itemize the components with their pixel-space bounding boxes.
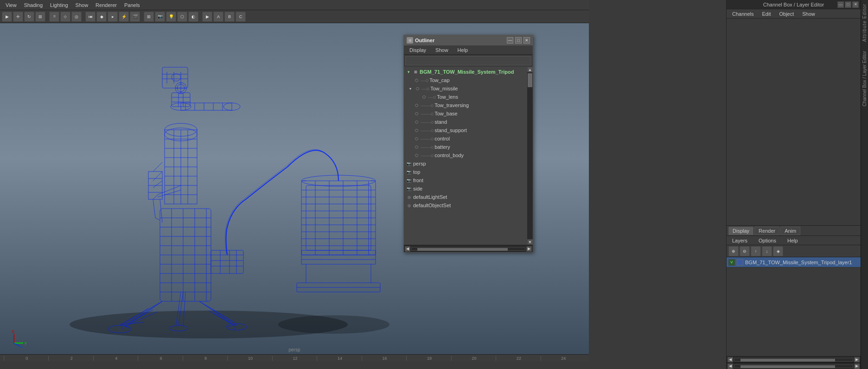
layer-scroll-track[interactable] bbox=[734, 358, 853, 362]
outliner-menu-display[interactable]: Display bbox=[406, 46, 430, 54]
menu-lighting[interactable]: Lighting bbox=[46, 1, 72, 9]
tree-item-side[interactable]: 📷 side bbox=[404, 184, 522, 193]
svg-text:Z: Z bbox=[20, 346, 23, 348]
right-panel-minimize[interactable]: — bbox=[837, 1, 844, 8]
outliner-hscroll-right[interactable]: ▶ bbox=[526, 246, 532, 252]
toolbar-btn-move[interactable]: ✛ bbox=[13, 12, 23, 22]
outliner-hscroll-left[interactable]: ◀ bbox=[405, 246, 410, 252]
toolbar-btn-render[interactable]: ▶ bbox=[202, 12, 212, 22]
outliner-scrollbar[interactable]: ◀ ▶ bbox=[404, 245, 533, 252]
layer-scroll-right[interactable]: ▶ bbox=[854, 357, 860, 363]
toolbar-btn-key[interactable]: ◆ bbox=[96, 12, 107, 22]
tree-item-battery[interactable]: ⬡ ——o battery bbox=[404, 143, 522, 151]
tree-item-control[interactable]: ⬡ ——o control bbox=[404, 134, 522, 143]
tree-item-tow-cap[interactable]: ⬡ —o Tow_cap bbox=[404, 76, 522, 84]
layer-scrollbar[interactable]: ◀ ▶ bbox=[727, 356, 861, 363]
channel-menu-edit[interactable]: Edit bbox=[758, 10, 774, 18]
tree-item-tow-base[interactable]: ⬡ ——o Tow_base bbox=[404, 109, 522, 118]
toolbar-btn-grid[interactable]: ⊞ bbox=[144, 12, 154, 22]
outliner-vscroll[interactable]: ▲ ▼ bbox=[527, 67, 533, 245]
toolbar-btn-scale[interactable]: ⊞ bbox=[35, 12, 45, 22]
outliner-scroll-up[interactable]: ▲ bbox=[527, 67, 533, 72]
toolbar-btn-history[interactable]: ⏮ bbox=[85, 12, 96, 22]
layer-select-all-btn[interactable]: ◈ bbox=[773, 246, 783, 256]
layer-item-0[interactable]: V BGM_71_TOW_Missile_System_Tripod_layer… bbox=[727, 257, 861, 267]
tree-icon-mesh8: ⬡ bbox=[413, 135, 420, 142]
layer-vis-toggle[interactable]: V bbox=[728, 259, 735, 266]
rp-scroll-right[interactable]: ▶ bbox=[854, 363, 860, 369]
outliner-menu-help[interactable]: Help bbox=[454, 46, 472, 54]
tree-item-tow-missile[interactable]: ▾ ⬡ —o Tow_missile bbox=[404, 84, 522, 93]
toolbar-btn-light[interactable]: 💡 bbox=[166, 12, 176, 22]
outliner-titlebar[interactable]: ⊞ Outliner — □ ✕ bbox=[404, 35, 533, 45]
tree-item-tow-trav[interactable]: ⬡ ——o Tow_traversing bbox=[404, 101, 522, 109]
tree-item-stand[interactable]: ⬡ ——o stand bbox=[404, 118, 522, 126]
tree-collapse-root[interactable]: ▾ bbox=[406, 69, 411, 75]
rp-scroll-track[interactable] bbox=[734, 364, 853, 368]
tree-item-light-set[interactable]: ◎ defaultLightSet bbox=[404, 193, 522, 201]
outliner-minimize[interactable]: — bbox=[507, 37, 513, 44]
right-panel-maximize[interactable]: □ bbox=[845, 1, 851, 8]
axis-indicator: Y X Z bbox=[9, 329, 28, 348]
toolbar-btn-mat[interactable]: ⬡ bbox=[177, 12, 187, 22]
menu-show[interactable]: Show bbox=[72, 1, 92, 9]
outliner-title: Outliner bbox=[415, 38, 505, 43]
ruler-22: 22 bbox=[496, 356, 540, 361]
toolbar-btn-dyn[interactable]: ⚡ bbox=[119, 12, 129, 22]
layer-menu-options[interactable]: Options bbox=[755, 237, 780, 244]
layer-delete-btn[interactable]: ⊖ bbox=[740, 246, 750, 256]
layer-menu-help[interactable]: Help bbox=[784, 237, 802, 244]
ruler-2: 2 bbox=[48, 356, 93, 361]
toolbar-btn-select[interactable]: ▶ bbox=[2, 12, 12, 22]
toolbar-btn-snap3[interactable]: ◎ bbox=[71, 12, 82, 22]
rp-bottom-scroll[interactable]: ◀ ▶ bbox=[727, 363, 861, 369]
toolbar-btn-snap1[interactable]: ⌗ bbox=[49, 12, 59, 22]
outliner-menu-show[interactable]: Show bbox=[432, 46, 452, 54]
outliner-hscroll-track[interactable] bbox=[411, 247, 525, 251]
layer-color-swatch[interactable] bbox=[737, 259, 743, 266]
layer-scroll-left[interactable]: ◀ bbox=[728, 357, 733, 363]
outliner-scroll-track[interactable] bbox=[527, 72, 533, 239]
toolbar-btn-aa[interactable]: A bbox=[213, 12, 223, 22]
tree-collapse-missile[interactable]: ▾ bbox=[408, 86, 413, 91]
attr-editor-tab[interactable]: Attribute Editor Channel Box / Layer Edi… bbox=[861, 0, 868, 369]
outliner-search[interactable] bbox=[405, 56, 531, 65]
menu-view[interactable]: View bbox=[2, 1, 20, 9]
outliner-scroll-down[interactable]: ▼ bbox=[527, 239, 533, 245]
layer-move-down-btn[interactable]: ↓ bbox=[762, 246, 772, 256]
layer-tab-render[interactable]: Render bbox=[754, 227, 779, 235]
outliner-close[interactable]: ✕ bbox=[523, 37, 530, 44]
tree-item-front[interactable]: 📷 front bbox=[404, 176, 522, 184]
tree-item-tow-lens[interactable]: ⬡ —o Tow_lens bbox=[404, 93, 522, 101]
tree-item-persp[interactable]: 📷 persp bbox=[404, 159, 522, 168]
toolbar-btn-ren[interactable]: 🎬 bbox=[130, 12, 140, 22]
ruler-4: 4 bbox=[93, 356, 138, 361]
layer-menu-layers[interactable]: Layers bbox=[728, 237, 751, 244]
channel-menu-show[interactable]: Show bbox=[798, 10, 819, 18]
menu-renderer[interactable]: Renderer bbox=[92, 1, 121, 9]
outliner-search-input[interactable] bbox=[408, 58, 529, 64]
toolbar-btn-rotate[interactable]: ↻ bbox=[24, 12, 34, 22]
toolbar-btn-cam[interactable]: 📷 bbox=[155, 12, 165, 22]
toolbar-btn-snap2[interactable]: ⊹ bbox=[60, 12, 70, 22]
tree-item-top[interactable]: 📷 top bbox=[404, 168, 522, 176]
layer-new-btn[interactable]: ⊕ bbox=[728, 246, 739, 256]
channel-menu-object[interactable]: Object bbox=[775, 10, 798, 18]
toolbar-btn-anim[interactable]: ▸ bbox=[108, 12, 118, 22]
tree-item-stand-support[interactable]: ⬡ ——o stand_support bbox=[404, 126, 522, 134]
outliner-maximize[interactable]: □ bbox=[515, 37, 522, 44]
channel-menu-channels[interactable]: Channels bbox=[728, 10, 757, 18]
tree-item-root[interactable]: ▾ ⊞ BGM_71_TOW_Missile_System_Tripod bbox=[404, 68, 522, 76]
layer-move-up-btn[interactable]: ↑ bbox=[751, 246, 761, 256]
right-panel-close[interactable]: ✕ bbox=[852, 1, 859, 8]
menu-shading[interactable]: Shading bbox=[20, 1, 46, 9]
rp-scroll-left[interactable]: ◀ bbox=[728, 363, 733, 369]
toolbar-btn-bb[interactable]: B bbox=[224, 12, 235, 22]
layer-tab-display[interactable]: Display bbox=[728, 227, 753, 235]
menu-panels[interactable]: Panels bbox=[121, 1, 144, 9]
tree-item-object-set[interactable]: ◎ defaultObjectSet bbox=[404, 201, 522, 210]
toolbar-btn-cc[interactable]: C bbox=[236, 12, 246, 22]
tree-item-control-body[interactable]: ⬡ ——o control_body bbox=[404, 151, 522, 159]
layer-tab-anim[interactable]: Anim bbox=[780, 227, 800, 235]
toolbar-btn-sh[interactable]: ◐ bbox=[188, 12, 198, 22]
